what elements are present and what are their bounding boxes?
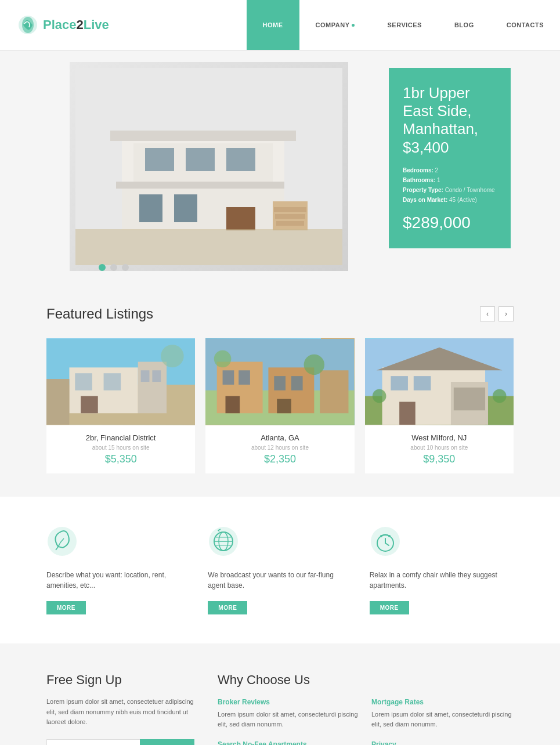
logo-area: Place2Live <box>0 0 127 50</box>
svg-rect-16 <box>275 214 305 219</box>
svg-rect-34 <box>239 370 251 385</box>
main-nav: Home Company Services Blog Contacts <box>247 0 560 50</box>
svg-point-53 <box>493 389 507 403</box>
listing-card[interactable]: Atlanta, GA about 12 hours on site $2,35… <box>205 338 354 473</box>
listing-time-2: about 12 hours on site <box>215 444 345 451</box>
hero-section: 1br Upper East Side, Manhattan, $3,400 B… <box>0 50 560 283</box>
bottom-section: Free Sign Up Lorem ipsum dolor sit amet,… <box>0 643 560 745</box>
feature-item-2: We broadcast your wants to our far-flung… <box>208 526 352 614</box>
nav-home[interactable]: Home <box>247 0 299 50</box>
listing-body-3: West Milford, NJ about 10 hours on site … <box>365 425 514 473</box>
why-link-1[interactable]: Mortgage Rates <box>371 698 514 706</box>
carousel-arrows: ‹ › <box>480 306 514 321</box>
features-grid: Describe what you want: location, rent, … <box>46 526 514 614</box>
signup-text: Lorem ipsum dolor sit amet, consectetuer… <box>46 697 194 728</box>
svg-rect-49 <box>391 376 408 390</box>
why-item-1: Mortgage Rates Lorem ipsum dolor sit ame… <box>371 698 514 729</box>
listing-image-2 <box>205 338 354 425</box>
svg-rect-11 <box>139 194 162 222</box>
nav-services[interactable]: Services <box>371 0 438 50</box>
listing-name-3: West Milford, NJ <box>374 433 504 442</box>
nav-dropdown-indicator <box>352 24 355 27</box>
svg-rect-35 <box>226 396 240 414</box>
why-link-2[interactable]: Search No-Fee Apartments <box>218 740 360 745</box>
why-desc-0: Lorem ipsum dolor sit amet, consecteturd… <box>218 710 360 729</box>
hero-dot-1[interactable] <box>99 264 106 271</box>
listing-body-1: 2br, Financial District about 15 hours o… <box>46 425 195 473</box>
svg-rect-8 <box>226 148 255 171</box>
why-item-3: Privacy Lorem ipsum dolor sit amet, cons… <box>371 740 514 745</box>
why-desc-1: Lorem ipsum dolor sit amet, consecteturd… <box>371 710 514 729</box>
listing-price-3: $9,350 <box>374 453 504 465</box>
hero-bedrooms: Bedrooms: 2 <box>403 167 497 173</box>
svg-rect-12 <box>174 194 197 222</box>
svg-rect-27 <box>152 370 161 382</box>
why-item-2: Search No-Fee Apartments Lorem ipsum dol… <box>218 740 360 745</box>
listings-grid: 2br, Financial District about 15 hours o… <box>46 338 514 473</box>
svg-rect-22 <box>75 373 92 390</box>
svg-rect-51 <box>399 402 416 425</box>
featured-title: Featured Listings <box>46 306 153 322</box>
svg-rect-24 <box>81 396 98 414</box>
listing-name-2: Atlanta, GA <box>215 433 345 442</box>
svg-point-41 <box>214 350 232 368</box>
listing-time-3: about 10 hours on site <box>374 444 504 451</box>
hero-carousel-dots <box>99 264 129 271</box>
feature-text-1: Describe what you want: location, rent, … <box>46 570 190 591</box>
svg-rect-18 <box>75 229 342 265</box>
prev-arrow[interactable]: ‹ <box>480 306 495 321</box>
svg-rect-50 <box>413 376 431 390</box>
svg-rect-7 <box>186 148 215 171</box>
clock-icon <box>370 526 401 557</box>
next-arrow[interactable]: › <box>498 306 514 321</box>
logo-part3: Live <box>84 17 109 32</box>
listing-price-2: $2,350 <box>215 453 345 465</box>
why-item-0: Broker Reviews Lorem ipsum dolor sit ame… <box>218 698 360 729</box>
listing-image-1 <box>46 338 195 425</box>
svg-rect-9 <box>116 182 284 189</box>
svg-rect-26 <box>141 370 150 382</box>
feature-btn-1[interactable]: More <box>46 601 86 614</box>
listing-card[interactable]: West Milford, NJ about 10 hours on site … <box>365 338 514 473</box>
listing-image-3 <box>365 338 514 425</box>
svg-rect-15 <box>274 207 306 212</box>
feature-item-1: Describe what you want: location, rent, … <box>46 526 190 614</box>
feature-text-2: We broadcast your wants to our far-flung… <box>208 570 352 591</box>
svg-rect-40 <box>320 370 349 413</box>
why-link-0[interactable]: Broker Reviews <box>218 698 360 706</box>
listing-price-1: $5,350 <box>56 453 186 465</box>
why-area: Why Choose Us Broker Reviews Lorem ipsum… <box>218 672 514 745</box>
hero-dot-3[interactable] <box>122 264 129 271</box>
logo-part1: Place <box>43 17 77 32</box>
svg-point-52 <box>372 389 386 403</box>
listing-card[interactable]: 2br, Financial District about 15 hours o… <box>46 338 195 473</box>
svg-rect-36 <box>269 367 315 413</box>
bottom-grid: Free Sign Up Lorem ipsum dolor sit amet,… <box>46 672 514 745</box>
svg-rect-32 <box>217 361 263 413</box>
hero-building-image <box>70 62 348 271</box>
svg-point-29 <box>161 345 183 367</box>
hero-property-title: 1br Upper East Side, Manhattan, $3,400 <box>403 84 497 157</box>
feature-item-3: Relax in a comfy chair while they sugges… <box>370 526 514 614</box>
globe-icon <box>208 526 239 557</box>
nav-contacts[interactable]: Contacts <box>490 0 560 50</box>
hero-bathrooms: Bathrooms: 1 <box>403 177 497 183</box>
nav-company[interactable]: Company <box>299 0 371 50</box>
feature-btn-2[interactable]: More <box>208 601 247 614</box>
svg-rect-25 <box>138 361 167 413</box>
listing-body-2: Atlanta, GA about 12 hours on site $2,35… <box>205 425 354 473</box>
nav-blog[interactable]: Blog <box>438 0 490 50</box>
section-header: Featured Listings ‹ › <box>46 306 514 322</box>
svg-point-67 <box>388 535 391 537</box>
logo-text: Place2Live <box>43 17 109 32</box>
why-grid: Broker Reviews Lorem ipsum dolor sit ame… <box>218 698 514 745</box>
svg-rect-23 <box>104 373 121 390</box>
subscribe-button[interactable]: Subscribe <box>140 739 194 745</box>
logo-icon <box>17 15 38 35</box>
header: Place2Live Home Company Services Blog Co… <box>0 0 560 50</box>
feature-btn-3[interactable]: More <box>370 601 409 614</box>
svg-rect-38 <box>291 376 303 390</box>
svg-rect-37 <box>274 376 286 390</box>
why-link-3[interactable]: Privacy <box>371 740 514 745</box>
hero-dot-2[interactable] <box>110 264 117 271</box>
